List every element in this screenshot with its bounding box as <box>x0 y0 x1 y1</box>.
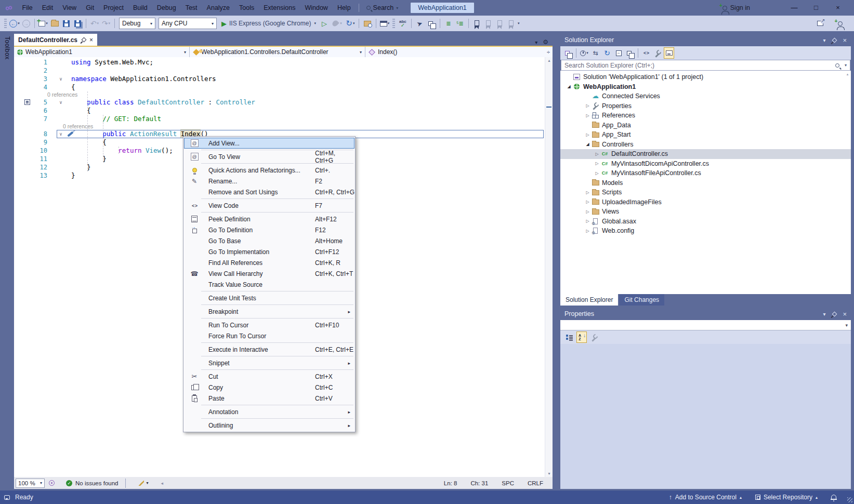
tree-item-views[interactable]: ▷Views <box>560 207 851 217</box>
solution-explorer-titlebar[interactable]: Solution Explorer ▾ × <box>560 34 851 46</box>
breadcrumb-project-dropdown[interactable]: WebApplication1 ▾ <box>14 47 190 57</box>
start-debugging-button[interactable]: ▶ IIS Express (Google Chrome) ▾ <box>221 18 316 29</box>
menubar-item-project[interactable]: Project <box>99 0 128 16</box>
tree-item-webapplication1[interactable]: ◢WebApplication1 <box>560 82 851 92</box>
context-menu-item-run-to-cursor[interactable]: Run To CursorCtrl+F10 <box>184 320 354 330</box>
context-menu-item-remove-and-sort-usings[interactable]: Remove and Sort UsingsCtrl+R, Ctrl+G <box>184 187 354 197</box>
context-menu-item-go-to-base[interactable]: Go To BaseAlt+Home <box>184 235 354 246</box>
context-menu-item-execute-in-interactive[interactable]: Execute in InteractiveCtrl+E, Ctrl+E <box>184 344 354 355</box>
context-menu-item-paste[interactable]: PasteCtrl+V <box>184 393 354 404</box>
pin-icon[interactable] <box>832 37 837 43</box>
collapsed-arrow-icon[interactable]: ▷ <box>584 200 591 204</box>
toolbar-overflow-icon[interactable]: ▾ <box>518 21 520 25</box>
properties-titlebar[interactable]: Properties ▾ × <box>560 308 851 320</box>
sign-in-button[interactable]: Sign in <box>722 4 750 11</box>
zoom-dropdown[interactable]: 100 % ▾ <box>16 479 45 488</box>
issues-status[interactable]: No issues found <box>75 480 118 486</box>
maximize-button[interactable]: □ <box>807 0 825 16</box>
tree-item-connected-services[interactable]: ☁Connected Services <box>560 91 851 101</box>
undo-button[interactable]: ↶▾ <box>89 18 100 29</box>
search-menu-button[interactable]: Search ▾ <box>362 4 403 11</box>
preview-selected-items-button[interactable] <box>664 48 674 58</box>
expanded-arrow-icon[interactable]: ◢ <box>566 84 572 89</box>
tree-item-defaultcontroller-cs[interactable]: ▷C#DefaultController.cs <box>560 149 851 159</box>
context-menu-item-peek-definition[interactable]: Peek DefinitionAlt+F12 <box>184 214 354 224</box>
navigate-back-button[interactable]: ←▾ <box>9 18 20 29</box>
context-menu-item-force-run-to-cursor[interactable]: Force Run To Cursor <box>184 330 354 341</box>
collapsed-arrow-icon[interactable]: ▷ <box>584 190 591 195</box>
menubar-item-tools[interactable]: Tools <box>234 0 259 16</box>
window-options-icon[interactable]: ⚙ <box>543 38 548 46</box>
find-in-files-button[interactable] <box>362 18 373 29</box>
redo-button[interactable]: ↷▾ <box>101 18 111 29</box>
pin-icon[interactable] <box>832 311 837 316</box>
editor-vertical-scrollbar[interactable]: ▴ ▾ <box>545 57 553 477</box>
expanded-arrow-icon[interactable]: ◢ <box>584 142 591 147</box>
tab-solution-explorer[interactable]: Solution Explorer <box>560 294 618 306</box>
tree-item-myvintasoftdicomapicontroller-cs[interactable]: ▷C#MyVintasoftDicomApiController.cs <box>560 159 851 169</box>
menubar-item-test[interactable]: Test <box>181 0 202 16</box>
open-file-button[interactable] <box>49 18 60 29</box>
tree-item-scripts[interactable]: ▷Scripts <box>560 188 851 197</box>
properties-button[interactable] <box>653 48 662 58</box>
context-menu-item-copy[interactable]: CopyCtrl+C <box>184 382 354 393</box>
collapsed-arrow-icon[interactable]: ▷ <box>594 171 600 176</box>
context-menu-item-go-to-view[interactable]: @Go To ViewCtrl+M, Ctrl+G <box>184 151 354 162</box>
breadcrumb-member-dropdown[interactable]: Index() <box>365 47 544 57</box>
collapsed-arrow-icon[interactable]: ▷ <box>584 113 591 118</box>
show-all-files-button[interactable] <box>625 48 635 58</box>
hscroll-left-icon[interactable]: ◂ <box>161 481 163 486</box>
navigate-backward-code-button[interactable]: ➤ <box>415 18 425 29</box>
tree-item-uploadedimagefiles[interactable]: ▷UploadedImageFiles <box>560 197 851 207</box>
categorized-button[interactable] <box>564 332 574 342</box>
collapsed-arrow-icon[interactable]: ▷ <box>594 161 600 166</box>
solution-platforms-dropdown[interactable]: Any CPU▾ <box>159 18 217 29</box>
collapsed-arrow-icon[interactable]: ▷ <box>594 152 600 156</box>
previous-bookmark-button[interactable] <box>483 18 494 29</box>
context-menu-item-track-value-source[interactable]: Track Value Source <box>184 279 354 290</box>
tab-close-icon[interactable]: × <box>89 36 93 44</box>
column-indicator[interactable]: Ch: 31 <box>470 480 488 486</box>
menubar-item-analyze[interactable]: Analyze <box>202 0 234 16</box>
context-menu-item-outlining[interactable]: Outlining▸ <box>184 420 354 431</box>
chevron-down-icon[interactable]: ▾ <box>146 481 148 485</box>
collapsed-arrow-icon[interactable]: ▷ <box>584 209 591 214</box>
fold-collapse-icon[interactable]: ∨ <box>52 130 70 138</box>
context-menu-item-breakpoint[interactable]: Breakpoint▸ <box>184 306 354 317</box>
context-menu-item-quick-actions-and-refactorings[interactable]: Quick Actions and Refactorings...Ctrl+. <box>184 165 354 176</box>
collapsed-arrow-icon[interactable]: ▷ <box>584 229 591 233</box>
tree-item-models[interactable]: Models <box>560 178 851 188</box>
menubar-item-window[interactable]: Window <box>300 0 332 16</box>
interactive-window-button[interactable] <box>426 18 437 29</box>
menubar-item-view[interactable]: View <box>58 0 81 16</box>
property-pages-button[interactable] <box>589 332 599 342</box>
refresh-button[interactable]: ↻ <box>602 48 612 58</box>
spell-check-button[interactable]: abc <box>398 18 408 29</box>
context-menu-item-annotation[interactable]: Annotation▸ <box>184 406 354 417</box>
properties-object-dropdown[interactable]: ▾ <box>560 320 851 330</box>
restart-button[interactable]: ↻▾ <box>345 18 356 29</box>
line-indicator[interactable]: Ln: 8 <box>444 480 457 486</box>
context-menu-item-view-code[interactable]: < >View CodeF7 <box>184 200 354 211</box>
preview-window-button[interactable]: ▾ <box>379 18 390 29</box>
sync-with-active-document-button[interactable]: ⇆ <box>591 48 600 58</box>
feedback-bubble-icon[interactable] <box>4 495 10 500</box>
tree-item-app-start[interactable]: ▷App_Start <box>560 130 851 140</box>
breadcrumb-type-dropdown[interactable]: WebApplication1.Controllers.DefaultContr… <box>190 47 365 57</box>
tree-item-app-data[interactable]: App_Data <box>560 121 851 130</box>
decrease-indent-button[interactable]: ≣ <box>443 18 454 29</box>
minimize-button[interactable]: — <box>785 0 803 16</box>
toolbar-grip[interactable] <box>4 19 7 28</box>
tree-item-global-asax[interactable]: ▷Global.asax <box>560 217 851 227</box>
tree-item-solution-webapplication1-1-of-1-project[interactable]: Solution 'WebApplication1' (1 of 1 proje… <box>560 72 851 82</box>
codelens-references-link[interactable]: 0 references <box>63 123 93 130</box>
hot-reload-button[interactable]: ▾ <box>332 18 343 29</box>
context-menu-item-go-to-definition[interactable]: Go To DefinitionF12 <box>184 224 354 235</box>
notifications-bell-icon[interactable] <box>831 495 836 499</box>
codelens-references-link[interactable]: 0 references <box>47 91 77 98</box>
share-button[interactable] <box>815 18 825 29</box>
feedback-button[interactable] <box>835 18 845 29</box>
menubar-item-debug[interactable]: Debug <box>152 0 181 16</box>
menubar-item-build[interactable]: Build <box>128 0 152 16</box>
next-bookmark-button[interactable] <box>495 18 505 29</box>
